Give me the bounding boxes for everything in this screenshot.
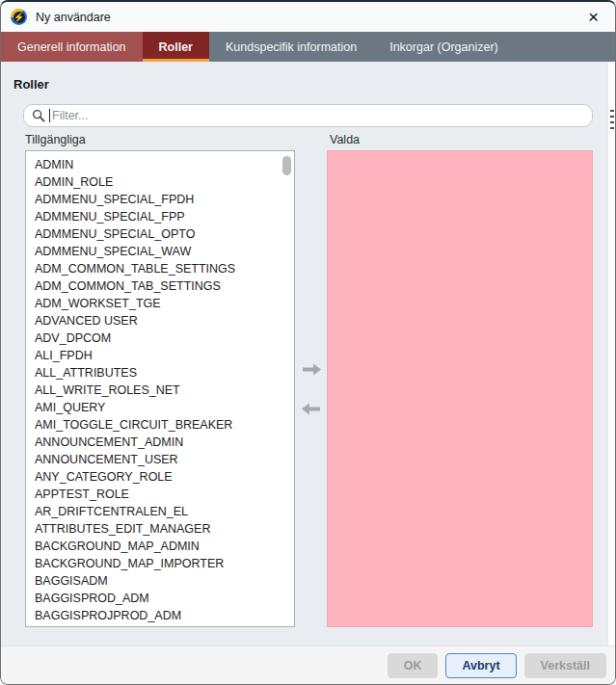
section-heading: Roller [13,77,49,92]
grip-dots-icon [610,110,614,133]
list-item[interactable]: ADMMENU_SPECIAL_FPDH [26,191,294,208]
arrow-left-icon [301,403,322,415]
text-caret [49,109,50,122]
list-item[interactable]: BAGGISPROD [26,624,294,627]
filter-input[interactable] [52,109,584,122]
list-item[interactable]: BAGGISADM [26,572,294,590]
list-item[interactable]: ALL_ATTRIBUTES [26,364,294,382]
selected-list-label: Valda [330,133,360,146]
list-item[interactable]: ALI_FPDH [26,347,294,364]
list-item[interactable]: ANY_CATEGORY_ROLE [26,468,294,486]
list-item[interactable]: AMI_TOGGLE_CIRCUIT_BREAKER [26,416,294,434]
transfer-controls [295,150,327,627]
list-item[interactable]: ADM_COMMON_TABLE_SETTINGS [26,260,294,277]
roller-tab-content: Roller Tillgängliga Valda ADMINADMIN_ROL… [1,62,615,645]
window-title: Ny användare [36,11,111,24]
filter-field[interactable] [23,104,593,127]
ok-button[interactable]: OK [388,653,439,678]
close-icon[interactable]: × [572,2,615,32]
list-item[interactable]: ADM_COMMON_TAB_SETTINGS [26,277,294,295]
app-logo-icon: ⚡ [11,9,27,25]
list-item[interactable]: ADMMENU_SPECIAL_WAW [26,243,294,260]
list-item[interactable]: ADVANCED USER [26,312,294,329]
new-user-dialog: ⚡ Ny användare × Generell information Ro… [0,0,616,685]
tab-bar: Generell information Roller Kundspecifik… [1,32,615,62]
cancel-button[interactable]: Avbryt [445,653,516,678]
list-item[interactable]: ANNOUNCEMENT_USER [26,451,294,468]
list-item[interactable]: ADMMENU_SPECIAL_OPTO [26,225,294,243]
list-item[interactable]: AMI_QUERY [26,399,294,416]
right-edge-strip [607,62,615,645]
tab-roller[interactable]: Roller [143,32,209,62]
scrollbar-thumb[interactable] [282,156,291,175]
search-icon [32,109,45,122]
list-item[interactable]: ADV_DPCOM [26,329,294,347]
arrow-right-icon [301,363,322,376]
selected-roles-list[interactable] [327,150,593,627]
tab-generell-information[interactable]: Generell information [1,32,143,62]
list-item[interactable]: BACKGROUND_MAP_IMPORTER [26,555,294,572]
button-bar: OK Avbryt Verkställ [1,645,615,684]
list-item[interactable]: ATTRIBUTES_EDIT_MANAGER [26,520,294,538]
tab-kundspecifik-information[interactable]: Kundspecifik information [209,32,373,62]
list-item[interactable]: BACKGROUND_MAP_ADMIN [26,538,294,555]
available-roles-list[interactable]: ADMINADMIN_ROLEADMMENU_SPECIAL_FPDHADMME… [25,150,295,627]
remove-role-button[interactable] [300,402,323,416]
available-list-label: Tillgängliga [25,133,86,146]
tab-inkorgar-organizer[interactable]: Inkorgar (Organizer) [373,32,515,62]
list-item[interactable]: APPTEST_ROLE [26,486,294,503]
list-item[interactable]: ALL_WRITE_ROLES_NET [26,382,294,399]
list-item[interactable]: AR_DRIFTCENTRALEN_EL [26,503,294,520]
list-item[interactable]: ADM_WORKSET_TGE [26,295,294,312]
list-item[interactable]: ADMIN [26,156,294,173]
list-item[interactable]: BAGGISPROJPROD_ADM [26,607,294,624]
list-item[interactable]: ANNOUNCEMENT_ADMIN [26,434,294,451]
apply-button[interactable]: Verkställ [524,653,606,678]
list-item[interactable]: ADMMENU_SPECIAL_FPP [26,208,294,225]
list-item[interactable]: BAGGISPROD_ADM [26,590,294,607]
title-bar: ⚡ Ny användare × [1,2,615,32]
add-role-button[interactable] [300,362,323,377]
list-item[interactable]: ADMIN_ROLE [26,173,294,191]
